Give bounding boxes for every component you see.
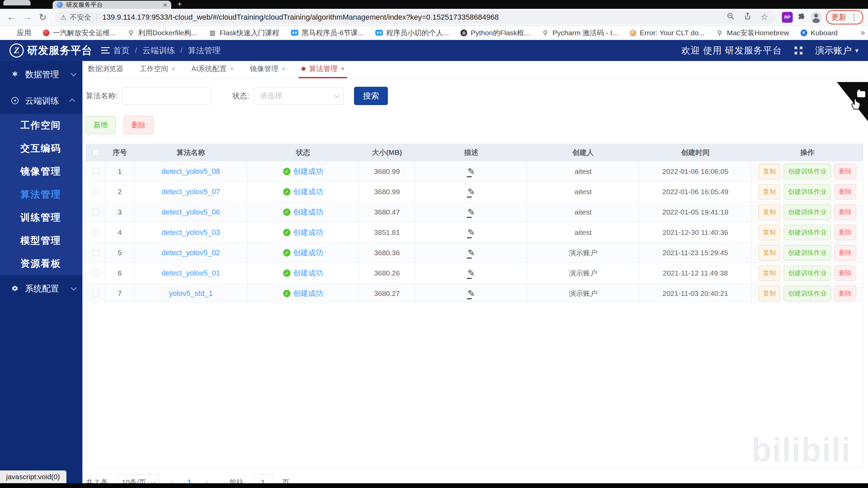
bookmark-item[interactable]: 一汽解放安全运维... [43,28,116,38]
row-checkbox[interactable] [93,249,99,256]
bookmark-item[interactable]: Error: Your CLT do... [630,29,705,37]
sidebar-item-交互编码[interactable]: 交互编码 [0,137,82,160]
create-training-job-button[interactable]: 创建训练作业 [784,245,831,261]
profile-avatar[interactable] [810,12,822,23]
row-checkbox[interactable] [93,209,99,215]
delete-row-button[interactable]: 删除 [834,286,856,301]
copy-button[interactable]: 复制 [758,164,780,179]
sidebar-group-云端训练[interactable]: 云端训练 [0,87,82,114]
tab-close-icon[interactable]: × [341,65,344,73]
select-all-checkbox[interactable] [93,149,99,156]
sidebar-item-工作空间[interactable]: 工作空间 [0,114,82,137]
forward-icon[interactable]: → [20,11,34,24]
reload-icon[interactable]: ↻ [36,11,50,24]
row-checkbox[interactable] [93,168,99,175]
copy-button[interactable]: 复制 [758,225,780,240]
collapse-menu-icon[interactable] [101,47,110,54]
breadcrumb-item[interactable]: 首页 [113,45,130,56]
algorithm-name-link[interactable]: detect_yolov5_08 [162,167,220,176]
algorithm-name-link[interactable]: detect_yolov5_03 [162,228,220,237]
row-checkbox[interactable] [93,188,99,195]
sidebar-item-模型管理[interactable]: 模型管理 [0,229,82,252]
algorithm-name-link[interactable]: detect_yolov5_01 [162,269,220,278]
create-training-job-button[interactable]: 创建训练作业 [784,286,831,301]
breadcrumb-item[interactable]: 云端训练 [142,45,175,56]
algorithm-name-input[interactable] [122,87,211,105]
create-training-job-button[interactable]: 创建训练作业 [784,265,831,281]
sidebar-group-系统配置[interactable]: 系统配置 [0,275,82,302]
address-bar[interactable]: ⚠ 不安全 139.9.114.179:9533/t-cloud_web/#/c… [55,11,776,24]
bookmarks-overflow-icon[interactable]: » [861,28,865,37]
content-tab-AI系统配置[interactable]: AI系统配置× [191,64,234,78]
share-icon[interactable] [741,12,754,22]
back-icon[interactable]: ← [5,11,18,24]
content-tab-数据浏览器[interactable]: 数据浏览器 [87,64,124,78]
extensions-puzzle-icon[interactable] [795,11,808,24]
bookmark-item[interactable]: 黑马程序员-6节课... [291,28,364,38]
create-training-job-button[interactable]: 创建训练作业 [784,184,831,200]
copy-button[interactable]: 复制 [758,286,780,301]
delete-row-button[interactable]: 删除 [834,245,856,261]
browser-menu-icon[interactable]: ⋮ [850,13,858,22]
bookmark-item[interactable]: KKuboard [801,29,837,37]
bookmark-item[interactable]: ⚲Pycharm 激活码 - I... [541,28,618,38]
add-button[interactable]: 新增 [86,116,116,134]
delete-row-button[interactable]: 删除 [834,265,856,281]
bookmark-star-icon[interactable]: ☆ [758,12,771,22]
algorithm-name-link[interactable]: detect_yolov5_06 [162,208,220,217]
row-checkbox[interactable] [93,290,99,297]
copy-button[interactable]: 复制 [758,204,780,220]
bookmark-item[interactable]: ◍Python的Flask框... [460,28,530,38]
edit-description-icon[interactable]: ✎ [468,289,475,298]
edit-description-icon[interactable]: ✎ [468,167,475,176]
delete-row-button[interactable]: 删除 [834,164,856,179]
copy-button[interactable]: 复制 [758,265,780,281]
url-text[interactable]: 139.9.114.179:9533/t-cloud_web/#/cloudTr… [102,13,721,22]
delete-row-button[interactable]: 删除 [834,204,856,220]
tab-close-icon[interactable]: × [282,65,285,73]
edit-description-icon[interactable]: ✎ [468,208,475,217]
inactive-tab-stub[interactable] [3,0,31,5]
tab-close-icon[interactable]: × [230,65,234,73]
content-tab-算法管理[interactable]: 算法管理× [301,64,345,78]
content-tab-工作空间[interactable]: 工作空间× [139,64,176,78]
sidebar-item-资源看板[interactable]: 资源看板 [0,252,82,275]
algorithm-name-link[interactable]: detect_yolov5_07 [162,187,220,196]
sidebar-item-算法管理[interactable]: 算法管理 [0,183,82,206]
delete-button[interactable]: 删除 [124,116,154,134]
status-select[interactable]: 请选择 [254,87,344,105]
row-checkbox[interactable] [93,270,99,276]
account-menu[interactable]: 演示账户 ▾ [815,44,859,57]
sidebar-item-镜像管理[interactable]: 镜像管理 [0,160,82,183]
bookmark-item[interactable]: ▥Flask快速入门课程 [209,28,279,38]
fullscreen-icon[interactable] [793,45,804,56]
edit-description-icon[interactable]: ✎ [468,269,475,278]
create-training-job-button[interactable]: 创建训练作业 [784,225,831,240]
browser-tab[interactable]: 研发服务平台 × [53,1,171,9]
rp-extension-icon[interactable]: RP [782,12,793,23]
row-checkbox[interactable] [93,229,99,236]
create-training-job-button[interactable]: 创建训练作业 [784,204,831,220]
content-tab-镜像管理[interactable]: 镜像管理× [249,64,286,78]
edit-description-icon[interactable]: ✎ [468,187,475,196]
zoom-out-icon[interactable] [724,12,737,22]
algorithm-name-link[interactable]: detect_yolov5_02 [162,248,220,257]
algorithm-name-link[interactable]: yolov5_std_1 [169,289,213,298]
bookmark-item[interactable]: 应用 [6,28,31,38]
search-button[interactable]: 搜索 [354,87,388,105]
delete-row-button[interactable]: 删除 [834,184,856,200]
delete-row-button[interactable]: 删除 [834,225,856,240]
bookmark-item[interactable]: ⚲利用Dockerfile构... [127,28,197,38]
security-label[interactable]: 不安全 [70,13,91,22]
edit-description-icon[interactable]: ✎ [468,248,475,257]
sidebar-group-数据管理[interactable]: 数据管理 [0,61,82,87]
copy-button[interactable]: 复制 [758,245,780,261]
tab-close-icon[interactable]: × [163,1,167,8]
edit-description-icon[interactable]: ✎ [468,228,475,237]
bookmark-item[interactable]: 程序员小叨的个人... [375,28,449,38]
new-tab-button[interactable]: + [177,0,182,9]
tab-close-icon[interactable]: × [172,65,175,73]
update-button[interactable]: 更新 ⋮ [826,10,863,24]
breadcrumb-item[interactable]: 算法管理 [188,45,220,56]
bookmark-item[interactable]: ⚲Mac安装Homebrew [716,28,789,38]
